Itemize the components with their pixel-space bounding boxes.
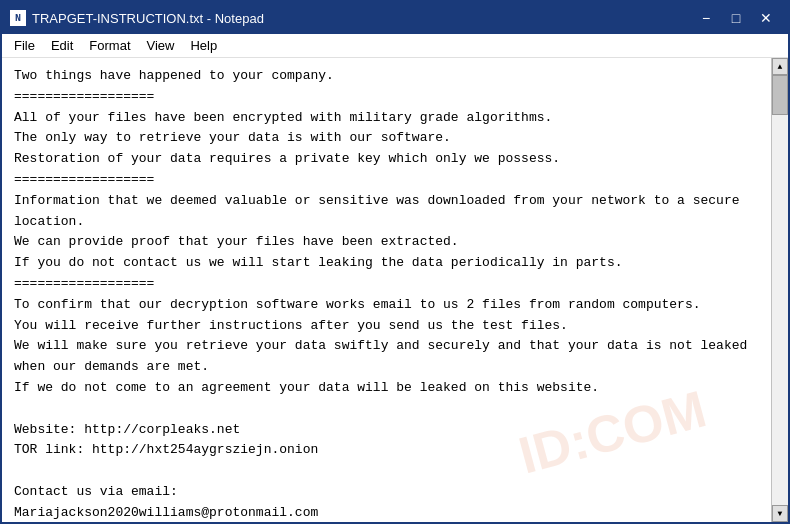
text-editor[interactable]: Two things have happened to your company… <box>2 58 771 522</box>
window-title: TRAPGET-INSTRUCTION.txt - Notepad <box>32 11 692 26</box>
content-area: Two things have happened to your company… <box>2 58 788 522</box>
menu-view[interactable]: View <box>139 36 183 55</box>
menu-format[interactable]: Format <box>81 36 138 55</box>
notepad-window: N TRAPGET-INSTRUCTION.txt - Notepad − □ … <box>0 0 790 524</box>
scrollbar-thumb[interactable] <box>772 75 788 115</box>
menu-help[interactable]: Help <box>182 36 225 55</box>
scrollbar-track[interactable] <box>772 75 788 505</box>
app-icon: N <box>10 10 26 26</box>
menu-edit[interactable]: Edit <box>43 36 81 55</box>
close-button[interactable]: ✕ <box>752 7 780 29</box>
menu-bar: File Edit Format View Help <box>2 34 788 58</box>
scrollbar-up-button[interactable]: ▲ <box>772 58 788 75</box>
window-controls: − □ ✕ <box>692 7 780 29</box>
maximize-button[interactable]: □ <box>722 7 750 29</box>
minimize-button[interactable]: − <box>692 7 720 29</box>
scrollbar-down-button[interactable]: ▼ <box>772 505 788 522</box>
scrollbar[interactable]: ▲ ▼ <box>771 58 788 522</box>
title-bar: N TRAPGET-INSTRUCTION.txt - Notepad − □ … <box>2 2 788 34</box>
menu-file[interactable]: File <box>6 36 43 55</box>
